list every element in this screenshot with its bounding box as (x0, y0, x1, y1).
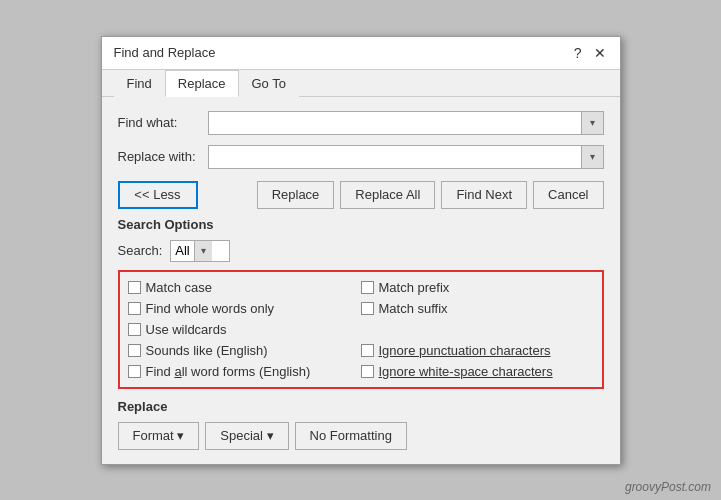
whole-words-label: Find whole words only (146, 301, 275, 316)
sounds-like-label: Sounds like (English) (146, 343, 268, 358)
tab-find[interactable]: Find (114, 70, 165, 97)
replace-section-label: Replace (118, 399, 604, 414)
title-bar: Find and Replace ? ✕ (102, 37, 620, 70)
option-ignore-punctuation: Ignore punctuation characters (361, 343, 594, 358)
option-match-case: Match case (128, 280, 361, 295)
close-button[interactable]: ✕ (592, 45, 608, 61)
wildcards-checkbox[interactable] (128, 323, 141, 336)
option-ignore-whitespace: Ignore white-space characters (361, 364, 594, 379)
match-suffix-label: Match suffix (379, 301, 448, 316)
special-button[interactable]: Special ▾ (205, 422, 288, 450)
find-what-input[interactable] (209, 112, 581, 134)
tab-goto[interactable]: Go To (239, 70, 299, 97)
options-left-col: Match case Find whole words only Use wil… (128, 280, 361, 379)
replace-with-row: Replace with: ▾ (118, 145, 604, 169)
replace-with-dropdown[interactable]: ▾ (581, 146, 603, 168)
less-button[interactable]: << Less (118, 181, 198, 209)
watermark: groovyPost.com (625, 480, 711, 494)
tab-replace-label: Replace (178, 76, 226, 91)
option-word-forms: Find all word forms (English) (128, 364, 361, 379)
search-options-box: Match case Find whole words only Use wil… (118, 270, 604, 389)
search-row: Search: All ▾ (118, 240, 604, 262)
tab-goto-label: Go To (252, 76, 286, 91)
search-label: Search: (118, 243, 163, 258)
option-match-prefix: Match prefix (361, 280, 594, 295)
match-case-checkbox[interactable] (128, 281, 141, 294)
tab-bar: Find Replace Go To (102, 70, 620, 97)
format-button[interactable]: Format ▾ (118, 422, 200, 450)
find-what-dropdown[interactable]: ▾ (581, 112, 603, 134)
find-what-input-wrap: ▾ (208, 111, 604, 135)
option-match-suffix: Match suffix (361, 301, 594, 316)
option-sounds-like: Sounds like (English) (128, 343, 361, 358)
search-select-wrap: All ▾ (170, 240, 230, 262)
dialog-content: Find what: ▾ Replace with: ▾ << Less Rep… (102, 97, 620, 464)
search-dropdown-arrow[interactable]: ▾ (194, 241, 212, 261)
match-suffix-checkbox[interactable] (361, 302, 374, 315)
match-case-label: Match case (146, 280, 212, 295)
find-replace-dialog: Find and Replace ? ✕ Find Replace Go To … (101, 36, 621, 465)
wildcards-label: Use wildcards (146, 322, 227, 337)
word-forms-checkbox[interactable] (128, 365, 141, 378)
match-prefix-label: Match prefix (379, 280, 450, 295)
tab-find-label: Find (127, 76, 152, 91)
find-next-button[interactable]: Find Next (441, 181, 527, 209)
whole-words-checkbox[interactable] (128, 302, 141, 315)
find-what-label: Find what: (118, 115, 208, 130)
replace-with-label: Replace with: (118, 149, 208, 164)
ignore-whitespace-label: Ignore white-space characters (379, 364, 553, 379)
tab-replace[interactable]: Replace (165, 70, 239, 97)
word-forms-label: Find all word forms (English) (146, 364, 311, 379)
search-options-label: Search Options (118, 217, 604, 232)
match-prefix-checkbox[interactable] (361, 281, 374, 294)
option-wildcards: Use wildcards (128, 322, 361, 337)
replace-button[interactable]: Replace (257, 181, 335, 209)
ignore-whitespace-checkbox[interactable] (361, 365, 374, 378)
ignore-punctuation-checkbox[interactable] (361, 344, 374, 357)
replace-with-input-wrap: ▾ (208, 145, 604, 169)
find-what-row: Find what: ▾ (118, 111, 604, 135)
replace-with-input[interactable] (209, 146, 581, 168)
action-buttons-row: << Less Replace Replace All Find Next Ca… (118, 181, 604, 209)
option-whole-words: Find whole words only (128, 301, 361, 316)
sounds-like-checkbox[interactable] (128, 344, 141, 357)
dialog-title: Find and Replace (114, 45, 216, 68)
replace-format-buttons: Format ▾ Special ▾ No Formatting (118, 422, 604, 450)
replace-all-button[interactable]: Replace All (340, 181, 435, 209)
replace-section: Replace Format ▾ Special ▾ No Formatting (118, 399, 604, 450)
no-formatting-button[interactable]: No Formatting (295, 422, 407, 450)
options-right-col: Match prefix Match suffix placeholder Ig… (361, 280, 594, 379)
search-value: All (171, 243, 193, 258)
options-columns: Match case Find whole words only Use wil… (128, 280, 594, 379)
cancel-button[interactable]: Cancel (533, 181, 603, 209)
title-bar-controls: ? ✕ (572, 45, 608, 69)
help-button[interactable]: ? (572, 45, 584, 61)
ignore-punctuation-label: Ignore punctuation characters (379, 343, 551, 358)
